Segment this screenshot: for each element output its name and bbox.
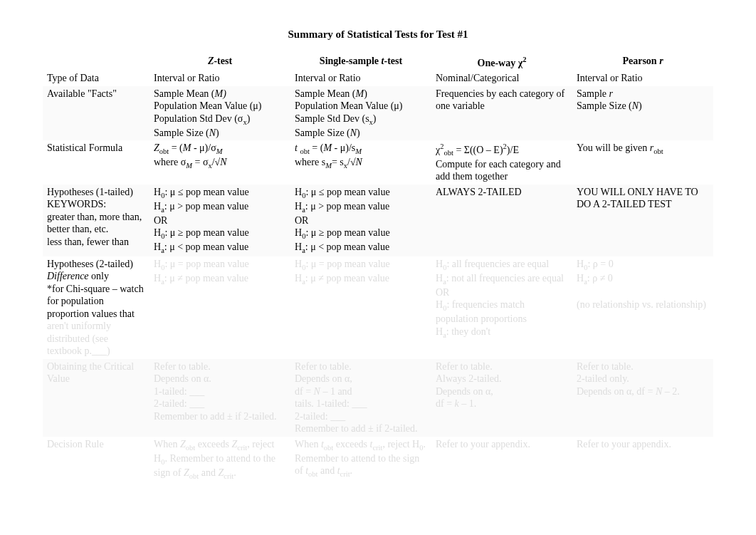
ttest-facts: Sample Mean (M) Population Mean Value (μ…: [290, 86, 431, 140]
label-type: Type of Data: [43, 71, 149, 86]
ttest-type: Interval or Ratio: [290, 71, 431, 86]
header-ztest: Z-test: [149, 53, 290, 71]
row-hyp2: Hypotheses (2-tailed) Difference only *f…: [43, 256, 713, 359]
ttest-formula: t obt = (M - μ)/sM where sM= sx/√N: [290, 140, 431, 185]
pearson-crit: Refer to table. 2-tailed only. Depends o…: [572, 359, 713, 437]
ztest-formula: Zobt = (M - μ)/σM where σM = σx/√N: [149, 140, 290, 185]
pearson-decision: Refer to your appendix.: [572, 437, 713, 482]
chi-decision: Refer to your appendix.: [431, 437, 572, 482]
ttest-decision: When tobt exceeds tcrit, reject H0. Reme…: [290, 437, 431, 482]
pearson-facts: Sample r Sample Size (N): [572, 86, 713, 140]
ztest-crit: Refer to table. Depends on α. 1-tailed: …: [149, 359, 290, 437]
label-facts: Available "Facts": [43, 86, 149, 140]
header-row: Z-test Single-sample t-test One-way χ2 P…: [43, 53, 713, 71]
chi-type: Nominal/Categorical: [431, 71, 572, 86]
pearson-hyp2: H0: ρ = 0 Ha: ρ ≠ 0 (no relationship vs.…: [572, 256, 713, 359]
header-ttest: Single-sample t-test: [290, 53, 431, 71]
label-hyp1: Hypotheses (1-tailed) KEYWORDS: greater …: [43, 185, 149, 256]
header-blank: [43, 53, 149, 71]
chi-formula: χ2obt = Σ((O – E)2)/E Compute for each c…: [431, 140, 572, 185]
row-type-of-data: Type of Data Interval or Ratio Interval …: [43, 71, 713, 86]
ztest-facts: Sample Mean (M) Population Mean Value (μ…: [149, 86, 290, 140]
label-hyp2: Hypotheses (2-tailed) Difference only *f…: [43, 256, 149, 359]
header-chi: One-way χ2: [431, 53, 572, 71]
ztest-type: Interval or Ratio: [149, 71, 290, 86]
chi-facts: Frequencies by each category of one vari…: [431, 86, 572, 140]
stats-table: Z-test Single-sample t-test One-way χ2 P…: [43, 53, 713, 482]
header-pearson: Pearson r: [572, 53, 713, 71]
row-hyp1: Hypotheses (1-tailed) KEYWORDS: greater …: [43, 185, 713, 256]
row-formula: Statistical Formula Zobt = (M - μ)/σM wh…: [43, 140, 713, 185]
ttest-hyp2: H0: μ = pop mean value Ha: μ ≠ pop mean …: [290, 256, 431, 359]
chi-hyp2: H0: all frequencies are equal Ha: not al…: [431, 256, 572, 359]
label-formula: Statistical Formula: [43, 140, 149, 185]
page-title: Summary of Statistical Tests for Test #1: [43, 28, 713, 41]
ztest-decision: When Zobt exceeds Zcrit, reject H0. Reme…: [149, 437, 290, 482]
ztest-hyp2: H0: μ = pop mean value Ha: μ ≠ pop mean …: [149, 256, 290, 359]
row-crit: Obtaining the Critical Value Refer to ta…: [43, 359, 713, 437]
label-crit: Obtaining the Critical Value: [43, 359, 149, 437]
ttest-hyp1: H0: μ ≤ pop mean value Ha: μ > pop mean …: [290, 185, 431, 256]
ztest-hyp1: H0: μ ≤ pop mean value Ha: μ > pop mean …: [149, 185, 290, 256]
label-decision: Decision Rule: [43, 437, 149, 482]
pearson-hyp1: YOU WILL ONLY HAVE TO DO A 2-TAILED TEST: [572, 185, 713, 256]
row-facts: Available "Facts" Sample Mean (M) Popula…: [43, 86, 713, 140]
ttest-crit: Refer to table. Depends on α, df = N – 1…: [290, 359, 431, 437]
chi-crit: Refer to table. Always 2-tailed. Depends…: [431, 359, 572, 437]
pearson-formula: You will be given robt: [572, 140, 713, 185]
pearson-type: Interval or Ratio: [572, 71, 713, 86]
chi-hyp1: ALWAYS 2-TAILED: [431, 185, 572, 256]
row-decision: Decision Rule When Zobt exceeds Zcrit, r…: [43, 437, 713, 482]
